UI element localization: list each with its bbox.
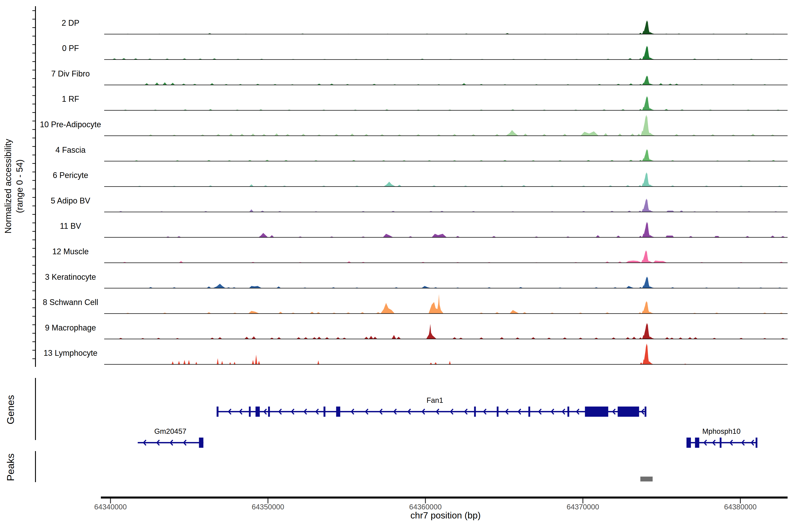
track-baseline [104,110,787,111]
track-6-pericyte: 6 Pericyte [53,171,787,187]
gene-exon [336,406,340,417]
track-baseline [104,85,787,85]
y-axis-label: Normalized accessibility (range 0 - 54) [2,0,28,375]
accessibility-axis-tick [32,223,35,223]
accessibility-axis-tick [32,231,35,232]
y-axis-label-line2: (range 0 - 54) [14,0,25,375]
peak-region [640,477,652,481]
track-baseline [104,288,787,288]
track-label: 8 Schwann Cell [43,298,98,307]
accessibility-axis-tick [32,53,35,53]
track-12-muscle: 12 Muscle [52,247,787,263]
track-signal [149,115,775,136]
track-baseline [104,313,787,314]
track-3-keratinocyte: 3 Keratinocyte [45,272,787,289]
track-label: 6 Pericyte [53,171,88,180]
peaks-section-label: Peaks [5,432,18,503]
gene-exon [529,406,530,417]
track-signal [112,46,782,60]
gene-exon [568,406,569,417]
track-label: 1 RF [62,94,79,103]
track-baseline [104,263,787,263]
track-baseline [104,339,787,339]
x-axis-title: chr7 position (bp) [355,510,536,521]
accessibility-axis-tick [32,324,35,325]
y-axis-label-line1: Normalized accessibility [2,0,14,375]
track-signal [126,20,776,34]
accessibility-axis-tick [32,11,35,11]
accessibility-axis-tick [32,307,35,308]
track-label: 10 Pre-Adipocyte [40,120,101,129]
gene-exon [249,406,251,417]
accessibility-axis-tick [32,273,35,274]
accessibility-axis-tick [32,120,35,121]
gene-exon [216,406,218,417]
x-axis-tick-label: 64380000 [724,503,757,511]
accessibility-axis-tick [32,44,35,45]
track-signal [119,198,778,212]
track-11-bv: 11 BV [60,222,787,238]
track-1-rf: 1 RF [62,94,787,111]
gene-exon [268,406,270,417]
track-label: 12 Muscle [52,247,89,256]
accessibility-axis-tick [32,87,35,87]
track-baseline [104,34,787,34]
track-9-macrophage: 9 Macrophage [45,323,787,339]
genome-coverage-figure: 2 DP0 PF7 Div Fibro1 RF10 Pre-Adipocyte4… [0,0,798,532]
gene-exon [720,438,722,448]
accessibility-axis-tick [32,256,35,257]
gene-exon [585,406,608,417]
gene-name-label: Gm20457 [154,427,186,435]
track-0-pf: 0 PF [62,44,787,60]
accessibility-axis-tick [32,350,35,351]
track-baseline [104,237,787,238]
accessibility-axis-tick [32,155,35,155]
track-signal [172,344,687,364]
track-signal [119,323,785,339]
gene-exon [199,438,204,448]
x-axis-line [101,496,787,498]
track-13-lymphocyte: 13 Lymphocyte [44,344,787,365]
track-baseline [104,212,787,212]
gene-name-label: Fan1 [426,396,443,404]
gene-fan1: Fan1 [216,396,646,417]
track-label: 9 Macrophage [45,323,96,332]
track-label: 5 Adipo BV [51,196,90,205]
accessibility-axis-tick [32,282,35,283]
track-label: 7 Div Fibro [51,69,90,78]
track-signal [137,172,782,187]
gene-body-line [217,411,646,412]
accessibility-axis-tick [32,36,35,36]
x-axis-tick-label: 64350000 [252,503,284,511]
track-10-pre-adipocyte: 10 Pre-Adipocyte [40,115,787,136]
track-2-dp: 2 DP [62,18,787,35]
x-axis-tick-label: 64370000 [567,503,599,511]
track-signal [126,294,784,314]
track-baseline [104,59,787,60]
accessibility-axis-line [35,6,36,367]
gene-exon [686,438,691,448]
track-label: 3 Keratinocyte [45,272,96,282]
x-axis-tick-label: 64340000 [94,503,127,511]
track-signal [122,250,783,263]
accessibility-axis-tick [32,112,35,113]
gene-exon [756,438,757,448]
accessibility-axis-tick [32,197,35,198]
x-axis-tick-label: 64360000 [409,503,442,511]
accessibility-axis-tick [32,70,35,71]
track-signal [149,277,782,288]
track-label: 2 DP [62,18,79,27]
gene-exon [618,406,639,417]
track-label: 0 PF [62,44,79,53]
accessibility-axis-tick [32,333,35,334]
gene-exon [695,438,699,448]
accessibility-axis-tick [32,180,35,181]
accessibility-axis-tick [32,163,35,164]
accessibility-axis-tick [32,129,35,130]
accessibility-axis-tick [32,214,35,215]
peaks-axis-line [35,451,36,482]
track-signal [134,149,776,161]
accessibility-axis-tick [32,299,35,300]
accessibility-axis-tick [32,290,35,291]
gene-exon [255,406,260,417]
